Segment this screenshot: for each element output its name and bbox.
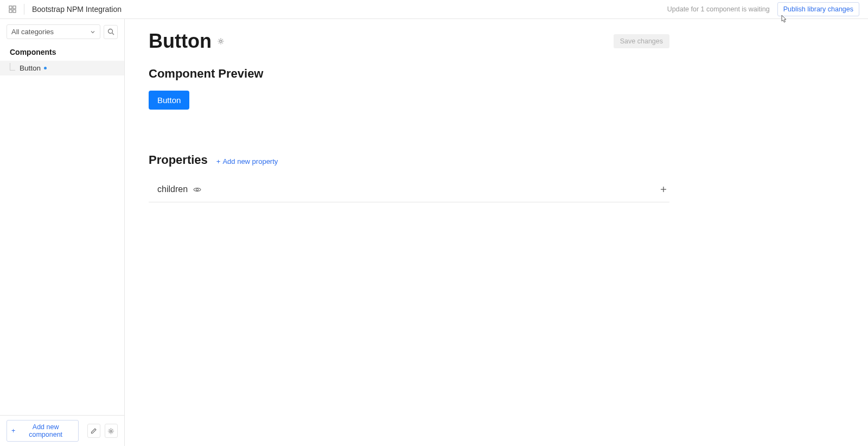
preview-rendered-button[interactable]: Button	[149, 91, 189, 110]
svg-rect-1	[13, 6, 16, 9]
chevron-down-icon	[90, 29, 95, 35]
gear-icon	[107, 428, 114, 435]
add-property-label: Add new property	[222, 157, 278, 165]
property-name: children	[157, 184, 188, 194]
search-icon	[107, 28, 114, 35]
sidebar-section-title: Components	[0, 42, 124, 61]
plus-icon: +	[216, 157, 221, 165]
content-area: Button Save changes Component Preview Bu…	[125, 19, 868, 446]
tree-connector-icon	[10, 63, 15, 71]
svg-point-7	[220, 40, 222, 42]
properties-section: Properties + Add new property children	[149, 153, 669, 202]
property-left: children	[157, 184, 201, 194]
eye-icon[interactable]	[193, 187, 201, 193]
gear-icon[interactable]	[217, 37, 225, 45]
content-header: Button Save changes	[149, 30, 669, 53]
pencil-icon	[91, 428, 97, 434]
add-component-label: Add new component	[17, 423, 74, 438]
category-selector-label: All categories	[11, 28, 54, 36]
page-title: Button	[149, 30, 212, 53]
page-title-wrap: Button	[149, 30, 225, 53]
topbar-right: Update for 1 component is waiting Publis…	[667, 2, 859, 16]
properties-header: Properties + Add new property	[149, 153, 669, 167]
topbar: Bootstrap NPM Integration Update for 1 c…	[0, 0, 868, 19]
topbar-left: Bootstrap NPM Integration	[9, 4, 122, 15]
project-title: Bootstrap NPM Integration	[32, 5, 122, 14]
sidebar-top: All categories	[0, 19, 124, 42]
svg-line-5	[112, 33, 114, 35]
publish-library-button[interactable]: Publish library changes	[777, 2, 859, 16]
svg-point-6	[110, 430, 112, 432]
add-component-button[interactable]: + Add new component	[7, 420, 79, 442]
modified-dot-icon	[44, 67, 47, 69]
svg-point-4	[108, 29, 112, 34]
properties-title: Properties	[149, 153, 208, 167]
settings-button[interactable]	[105, 424, 118, 438]
update-status-text: Update for 1 component is waiting	[667, 5, 770, 13]
expand-property-button[interactable]	[660, 186, 667, 193]
main-layout: All categories Components Button + Add n…	[0, 19, 868, 446]
add-property-link[interactable]: + Add new property	[216, 157, 278, 165]
svg-rect-0	[9, 6, 12, 9]
save-changes-button[interactable]: Save changes	[614, 34, 669, 48]
sidebar-item-button[interactable]: Button	[0, 61, 124, 75]
preview-title: Component Preview	[149, 67, 669, 81]
sidebar: All categories Components Button + Add n…	[0, 19, 125, 446]
category-selector[interactable]: All categories	[7, 24, 100, 39]
property-row[interactable]: children	[149, 178, 669, 202]
sidebar-bottom: + Add new component	[0, 415, 124, 446]
app-grid-icon[interactable]	[9, 5, 16, 13]
svg-point-8	[196, 188, 199, 190]
search-button[interactable]	[104, 25, 118, 39]
edit-button[interactable]	[87, 424, 100, 438]
divider	[24, 4, 24, 15]
svg-rect-3	[13, 10, 16, 12]
preview-section: Component Preview Button	[149, 67, 669, 110]
svg-rect-2	[9, 10, 12, 12]
sidebar-item-label: Button	[20, 64, 41, 72]
plus-icon: +	[11, 427, 15, 435]
